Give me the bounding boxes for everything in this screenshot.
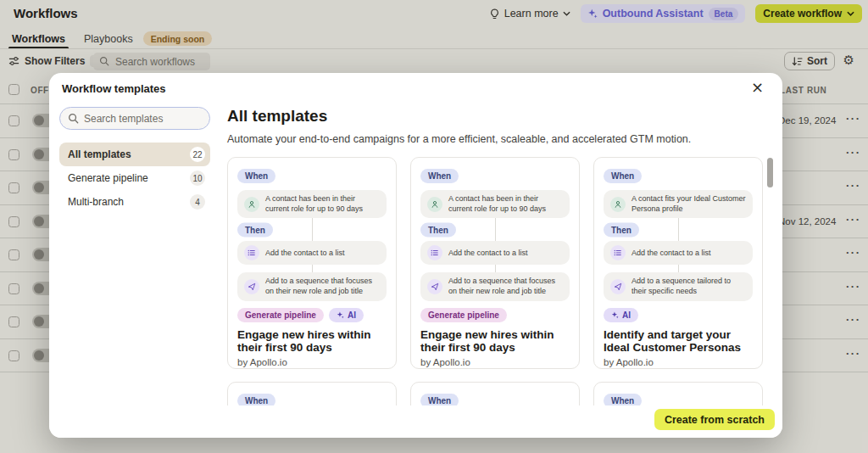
- template-byline: by Apollo.io: [237, 357, 387, 367]
- template-card-partial[interactable]: When: [410, 382, 580, 405]
- modal-title: Workflow templates: [62, 82, 166, 95]
- action-step: Add the contact to a list: [604, 241, 753, 265]
- when-badge: When: [237, 169, 275, 183]
- close-icon[interactable]: ×: [746, 77, 769, 97]
- contact-trigger-icon: [610, 197, 626, 212]
- trigger-step: A contact has been in their current role…: [420, 190, 570, 218]
- send-icon: [610, 279, 626, 294]
- sidebar-item-label: Generate pipeline: [68, 172, 148, 184]
- sidebar-item-all-templates[interactable]: All templates22: [59, 143, 210, 166]
- contact-trigger-icon: [244, 197, 259, 212]
- templates-heading: All templates: [227, 107, 327, 126]
- action-step: Add the contact to a list: [237, 241, 387, 265]
- workflows-page: Workflows Learn more Outbound Assistant …: [0, 0, 868, 453]
- action-step: Add to a sequence that focuses on their …: [420, 272, 570, 300]
- sidebar-item-label: All templates: [68, 148, 131, 160]
- templates-search: [59, 107, 210, 130]
- template-byline: by Apollo.io: [604, 357, 753, 367]
- sidebar-item-generate-pipeline[interactable]: Generate pipeline10: [59, 166, 210, 190]
- when-badge: When: [604, 169, 642, 183]
- tag-label: Generate pipeline: [245, 310, 316, 320]
- modal-footer: Create from scratch: [49, 405, 782, 438]
- flow-connector: Then: [604, 218, 753, 241]
- card-tags: Generate pipeline: [420, 308, 570, 322]
- flow-connector: Then: [237, 218, 387, 241]
- templates-scroll-area: WhenA contact has been in their current …: [227, 157, 776, 405]
- then-badge: Then: [237, 222, 273, 237]
- template-card[interactable]: WhenA contact has been in their current …: [410, 157, 580, 369]
- list-icon: [427, 245, 442, 260]
- step-text: A contact has been in their current role…: [448, 194, 563, 214]
- ai-tag: AI: [329, 308, 364, 322]
- step-text: Add the contact to a list: [265, 249, 345, 259]
- template-card-partial[interactable]: When: [227, 382, 397, 405]
- template-title: Identify and target your Ideal Customer …: [604, 328, 753, 354]
- template-category-list: All templates22Generate pipeline10Multi-…: [59, 143, 210, 214]
- template-card-partial[interactable]: When: [593, 382, 763, 405]
- templates-description: Automate your end-to-end campaigns for a…: [227, 133, 691, 145]
- sparkle-icon: [337, 311, 344, 319]
- then-badge: Then: [604, 222, 639, 237]
- step-text: Add the contact to a list: [632, 249, 711, 259]
- sidebar-item-multi-branch[interactable]: Multi-branch4: [59, 190, 210, 214]
- connector-line: [495, 265, 496, 272]
- connector-line: [495, 218, 496, 241]
- generate-pipeline-tag: Generate pipeline: [420, 308, 507, 322]
- step-text: A contact fits your Ideal Customer Perso…: [632, 194, 746, 214]
- action-step: Add to a sequence that focuses on their …: [237, 272, 387, 300]
- workflow-templates-modal: Workflow templates × All templates22Gene…: [49, 73, 782, 438]
- modal-scrollbar-thumb[interactable]: [767, 158, 773, 187]
- step-text: A contact has been in their current role…: [265, 194, 380, 214]
- connector-line: [678, 265, 679, 272]
- then-badge: Then: [420, 222, 456, 237]
- template-title: Engage new hires within their first 90 d…: [420, 328, 570, 354]
- connector-line: [312, 265, 313, 272]
- ai-tag: AI: [604, 308, 638, 322]
- flow-connector: Then: [420, 218, 570, 241]
- contact-trigger-icon: [427, 197, 442, 212]
- card-tags: AI: [604, 308, 753, 322]
- sidebar-item-label: Multi-branch: [68, 196, 124, 208]
- action-step: Add to a sequence tailored to their spec…: [604, 272, 753, 300]
- template-card[interactable]: WhenA contact fits your Ideal Customer P…: [593, 157, 763, 369]
- step-text: Add to a sequence that focuses on their …: [265, 277, 380, 296]
- step-text: Add to a sequence that focuses on their …: [448, 277, 563, 296]
- sparkle-icon: [611, 311, 619, 319]
- generate-pipeline-tag: Generate pipeline: [237, 308, 324, 322]
- template-title: Engage new hires within their first 90 d…: [237, 328, 387, 354]
- sidebar-item-count: 4: [190, 194, 205, 210]
- step-text: Add to a sequence tailored to their spec…: [632, 277, 746, 296]
- send-icon: [244, 279, 259, 294]
- tag-label: AI: [348, 310, 356, 320]
- tag-label: AI: [622, 310, 631, 320]
- template-cards-row: WhenA contact has been in their current …: [227, 157, 776, 369]
- template-byline: by Apollo.io: [420, 357, 570, 367]
- create-from-scratch-button[interactable]: Create from scratch: [654, 409, 775, 430]
- sidebar-item-count: 22: [190, 147, 205, 162]
- connector-line: [678, 218, 679, 241]
- card-tags: Generate pipelineAI: [237, 308, 387, 322]
- template-cards-row-partial: WhenWhenWhen: [227, 382, 776, 405]
- send-icon: [427, 279, 442, 294]
- when-badge: When: [604, 394, 642, 405]
- trigger-step: A contact has been in their current role…: [237, 190, 387, 218]
- list-icon: [610, 245, 626, 260]
- tag-label: Generate pipeline: [428, 310, 499, 320]
- search-templates-input[interactable]: [60, 108, 209, 129]
- list-icon: [244, 245, 259, 260]
- when-badge: When: [420, 394, 459, 405]
- when-badge: When: [237, 394, 275, 405]
- sidebar-item-count: 10: [190, 171, 205, 186]
- trigger-step: A contact fits your Ideal Customer Perso…: [604, 190, 753, 218]
- template-card[interactable]: WhenA contact has been in their current …: [227, 157, 397, 369]
- when-badge: When: [420, 169, 459, 183]
- connector-line: [312, 218, 313, 241]
- action-step: Add the contact to a list: [420, 241, 570, 265]
- step-text: Add the contact to a list: [448, 249, 528, 259]
